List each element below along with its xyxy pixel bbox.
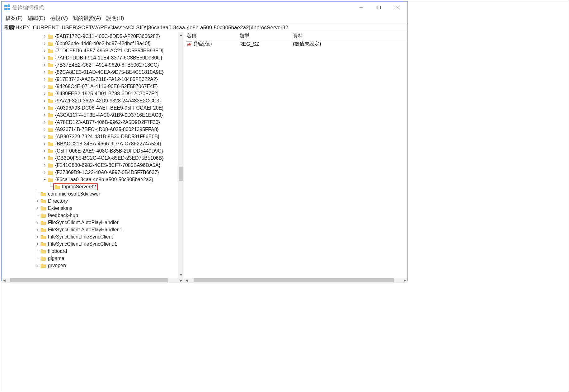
tree-item-clsid[interactable]: {7B37E4E2-C62F-4914-9620-8FB5062718CC} bbox=[2, 61, 178, 68]
folder-icon bbox=[48, 156, 53, 160]
tree-item[interactable]: com.microsoft.3dviewer bbox=[2, 190, 178, 197]
list-body[interactable]: ab(預設值)REG_SZ(數值未設定) bbox=[184, 40, 407, 48]
tree-item-clsid[interactable]: {F37369D9-1C22-40A0-A997-0B4D5F7B6637} bbox=[2, 169, 178, 176]
scroll-left-icon[interactable]: ◀ bbox=[184, 278, 189, 283]
tree-item[interactable]: Directory bbox=[2, 197, 178, 205]
minimize-button[interactable] bbox=[352, 2, 370, 13]
scroll-right-icon[interactable]: ▶ bbox=[178, 278, 184, 283]
address-bar[interactable]: 電腦\HKEY_CURRENT_USER\SOFTWARE\Classes\CL… bbox=[2, 23, 407, 32]
tree-item-clsid[interactable]: {C5FF006E-2AE9-408C-B85B-2DFDD5449D9C} bbox=[2, 147, 178, 154]
tree-item-clsid[interactable]: {9AA2F32D-362A-42D9-9328-24A483E2CCC3} bbox=[2, 97, 178, 104]
folder-icon bbox=[48, 134, 53, 139]
tree-item[interactable]: feedback-hub bbox=[2, 212, 178, 219]
tree-label: glgame bbox=[48, 256, 64, 261]
menu-edit[interactable]: 編輯(E) bbox=[26, 14, 47, 22]
tree-item[interactable]: FileSyncClient.AutoPlayHandler.1 bbox=[2, 226, 178, 233]
tree-item-clsid[interactable]: {7AFDFDDB-F914-11E4-8377-6C3BE50D980C} bbox=[2, 54, 178, 61]
scroll-down-icon[interactable]: ▼ bbox=[178, 272, 184, 278]
tree-item-clsid[interactable]: {5AB7172C-9C11-405C-8DD5-AF20F3606282} bbox=[2, 33, 178, 40]
tree-item-clsid[interactable]: {917E8742-AA3B-7318-FA12-10485FB322A2} bbox=[2, 76, 178, 83]
close-button[interactable] bbox=[388, 2, 406, 13]
address-text: 電腦\HKEY_CURRENT_USER\SOFTWARE\Classes\CL… bbox=[3, 25, 288, 31]
chevron-right-icon[interactable] bbox=[42, 106, 47, 110]
header-name[interactable]: 名稱 bbox=[184, 32, 237, 40]
tree-item-clsid[interactable]: {BBACC218-34EA-4666-9D7A-C78F2274A524} bbox=[2, 140, 178, 147]
folder-icon bbox=[48, 177, 53, 182]
chevron-right-icon[interactable] bbox=[42, 35, 47, 38]
tree-item-clsid[interactable]: {A3CA1CF4-5F3E-4AC0-91B9-0D3716E1EAC3} bbox=[2, 111, 178, 119]
scroll-right-icon[interactable]: ▶ bbox=[402, 278, 407, 283]
tree-item[interactable]: FileSyncClient.FileSyncClient.1 bbox=[2, 240, 178, 248]
tree-view[interactable]: {5AB7172C-9C11-405C-8DD5-AF20F3606282}{6… bbox=[2, 32, 178, 269]
tree-item-clsid[interactable]: {A78ED123-AB77-406B-9962-2A5D9D2F7F30} bbox=[2, 119, 178, 126]
tree-item-expanded[interactable]: {86ca1aa0-34aa-4e8b-a509-50c905bae2a2} bbox=[2, 176, 178, 183]
chevron-right-icon[interactable] bbox=[35, 235, 40, 239]
chevron-right-icon[interactable] bbox=[42, 121, 47, 124]
menubar: 檔案(F) 編輯(E) 檢視(V) 我的最愛(A) 說明(H) bbox=[2, 13, 407, 23]
chevron-right-icon[interactable] bbox=[42, 99, 47, 102]
chevron-right-icon[interactable] bbox=[42, 114, 47, 117]
chevron-right-icon[interactable] bbox=[42, 135, 47, 138]
chevron-right-icon[interactable] bbox=[42, 128, 47, 131]
chevron-right-icon[interactable] bbox=[42, 85, 47, 88]
tree-item-selected[interactable]: InprocServer32 bbox=[2, 183, 178, 190]
tree-vertical-scrollbar[interactable]: ▲ ▼ bbox=[178, 32, 184, 278]
header-type[interactable]: 類型 bbox=[237, 32, 290, 40]
chevron-right-icon[interactable] bbox=[35, 221, 40, 224]
chevron-right-icon[interactable] bbox=[42, 42, 47, 45]
chevron-right-icon[interactable] bbox=[35, 228, 40, 231]
tree-item[interactable]: FileSyncClient.FileSyncClient bbox=[2, 233, 178, 240]
menu-file[interactable]: 檔案(F) bbox=[3, 14, 25, 22]
chevron-right-icon[interactable] bbox=[42, 49, 47, 52]
app-icon bbox=[4, 4, 10, 11]
tree-item[interactable]: Extensions bbox=[2, 205, 178, 212]
tree-item[interactable]: FileSyncClient.AutoPlayHandler bbox=[2, 219, 178, 226]
list-horizontal-scrollbar[interactable]: ◀ ▶ bbox=[184, 278, 407, 283]
tree-label: {AB807329-7324-431B-8B36-DBD581F56E0B} bbox=[55, 134, 159, 139]
scroll-up-icon[interactable]: ▲ bbox=[178, 32, 184, 37]
tree-horizontal-scrollbar[interactable]: ◀ ▶ bbox=[2, 278, 184, 283]
folder-icon bbox=[48, 106, 53, 110]
tree-item[interactable]: glgame bbox=[2, 255, 178, 262]
menu-favorites[interactable]: 我的最愛(A) bbox=[71, 14, 103, 22]
chevron-right-icon[interactable] bbox=[35, 243, 40, 246]
folder-icon bbox=[40, 242, 46, 246]
header-data[interactable]: 資料 bbox=[290, 32, 407, 40]
chevron-right-icon[interactable] bbox=[42, 64, 47, 67]
scroll-thumb[interactable] bbox=[179, 167, 183, 181]
tree-item[interactable]: grvopen bbox=[2, 262, 178, 269]
tree-item-clsid[interactable]: {71DCE5D6-4B57-496B-AC21-CD5B54EB93FD} bbox=[2, 47, 178, 54]
chevron-right-icon[interactable] bbox=[42, 56, 47, 59]
tree-item-clsid[interactable]: {9489FEB2-1925-4D01-B788-6D912C70F7F2} bbox=[2, 90, 178, 97]
chevron-right-icon[interactable] bbox=[35, 207, 40, 210]
chevron-right-icon[interactable] bbox=[42, 92, 47, 95]
chevron-right-icon[interactable] bbox=[42, 157, 47, 160]
chevron-right-icon[interactable] bbox=[42, 149, 47, 153]
list-row[interactable]: ab(預設值)REG_SZ(數值未設定) bbox=[184, 40, 407, 48]
tree-item-clsid[interactable]: {94269C4E-071A-4116-90E6-52E557067E4E} bbox=[2, 83, 178, 90]
tree-item-clsid[interactable]: {F241C880-6982-4CE5-8CF7-7085BA96DA5A} bbox=[2, 162, 178, 169]
chevron-right-icon[interactable] bbox=[42, 171, 47, 174]
tree-item-clsid[interactable]: {AB807329-7324-431B-8B36-DBD581F56E0B} bbox=[2, 133, 178, 140]
chevron-right-icon[interactable] bbox=[35, 200, 40, 203]
chevron-right-icon[interactable] bbox=[42, 164, 47, 167]
tree-item-clsid[interactable]: {6bb93b4e-44d8-40e2-bd97-42dbcf18a40f} bbox=[2, 40, 178, 47]
chevron-down-icon[interactable] bbox=[42, 178, 47, 181]
tree-item-clsid[interactable]: {CB3D0F55-BC2C-4C1A-85ED-23ED75B5106B} bbox=[2, 154, 178, 162]
titlebar[interactable]: 登錄編輯程式 bbox=[2, 2, 407, 13]
tree-item-clsid[interactable]: {A0396A93-DC06-4AEF-BEE9-95FFCCAEF20E} bbox=[2, 104, 178, 111]
scroll-thumb-h[interactable] bbox=[10, 278, 168, 282]
menu-help[interactable]: 說明(H) bbox=[104, 14, 126, 22]
chevron-right-icon[interactable] bbox=[42, 78, 47, 81]
tree-label: FileSyncClient.AutoPlayHandler.1 bbox=[48, 227, 122, 233]
chevron-right-icon[interactable] bbox=[42, 142, 47, 145]
tree-item-clsid[interactable]: {82CA8DE3-01AD-4CEA-9D75-BE4C51810A9E} bbox=[2, 68, 178, 76]
menu-view[interactable]: 檢視(V) bbox=[48, 14, 70, 22]
tree-item-clsid[interactable]: {A926714B-7BFC-4D08-A035-80021395FFA8} bbox=[2, 126, 178, 133]
tree-item[interactable]: flipboard bbox=[2, 248, 178, 255]
maximize-button[interactable] bbox=[370, 2, 388, 13]
chevron-right-icon[interactable] bbox=[35, 264, 40, 267]
chevron-right-icon[interactable] bbox=[42, 71, 47, 74]
scroll-left-icon[interactable]: ◀ bbox=[2, 278, 7, 283]
scroll-thumb-h[interactable] bbox=[194, 278, 394, 282]
